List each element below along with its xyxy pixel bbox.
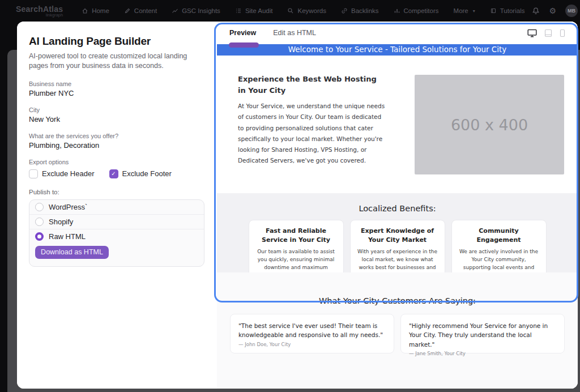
nav-item-site-audit[interactable]: Site Audit [228,0,280,22]
nav-item-home[interactable]: Home [74,0,117,22]
nav-item-tutorials[interactable]: Tutorials [483,0,532,22]
preview-tabbar: Preview Edit as HTML [217,22,578,44]
services-field[interactable]: Plumbing, Decoration [29,141,204,150]
services-label: What are the services you offer? [29,133,204,139]
landing-benefits-section: Localized Benefits: Fast and Reliable Se… [217,193,578,272]
link-icon [341,7,348,14]
ai-landing-page-builder-modal: AI Landing Page Builder AI-powered tool … [17,22,578,389]
builder-form-panel: AI Landing Page Builder AI-powered tool … [17,22,217,389]
checkbox-icon[interactable] [29,169,38,178]
mobile-icon[interactable] [560,29,565,37]
landing-hero-section: Experience the Best Web Hosting in Your … [217,56,578,193]
download-as-html-button[interactable]: Download as HTML [35,246,109,259]
city-field[interactable]: New York [29,115,204,123]
radio-selected-icon[interactable] [35,232,44,241]
chevron-down-icon: ▾ [473,8,475,14]
testimonial-card: "Highly recommend Your Service for anyon… [400,314,565,353]
publish-options-group: WordPress` Shopify Raw HTML Download as … [29,199,204,267]
nav-item-keywords[interactable]: Keywords [280,0,334,22]
top-navbar: SearchAtlas linkgraph Home Content GSC I… [0,0,580,22]
avatar[interactable]: MB [565,5,578,17]
pencil-icon [124,7,131,14]
benefits-heading: Localized Benefits: [217,204,578,213]
business-name-label: Business name [29,80,204,87]
publish-option-wordpress[interactable]: WordPress` [29,200,204,215]
page-description: AI-powered tool to create customized loc… [29,52,204,71]
page-title: AI Landing Page Builder [29,35,204,48]
testimonial-card: "The best service I've ever used! Their … [230,314,394,353]
nav-item-more[interactable]: More ▾ [446,0,483,22]
tab-preview[interactable]: Preview [229,29,256,37]
nav-item-gsc-insights[interactable]: GSC Insights [164,0,228,22]
book-icon [490,7,497,14]
checkbox-checked-icon[interactable]: ✓ [109,169,118,178]
tablet-icon[interactable] [544,29,552,37]
gear-icon[interactable]: ⚙ [549,7,556,15]
preview-panel: Preview Edit as HTML Welcome to Your Ser… [217,22,578,389]
exclude-header-checkbox[interactable]: Exclude Header [29,169,95,178]
publish-option-shopify[interactable]: Shopify [29,215,204,229]
landing-testimonials-section: What Your City Customers Are Saying: "Th… [217,272,578,389]
publish-to-label: Publish to: [29,189,204,195]
nav-item-backlinks[interactable]: Backlinks [334,0,386,22]
home-icon [82,7,88,14]
logo[interactable]: SearchAtlas linkgraph [16,5,63,18]
nav-item-content[interactable]: Content [117,0,164,22]
radio-icon[interactable] [35,203,44,211]
desktop-icon[interactable] [527,29,537,37]
tab-edit-as-html[interactable]: Edit as HTML [273,29,316,37]
line-chart-icon [172,7,178,14]
active-tab-indicator [229,42,259,48]
nav-item-competitors[interactable]: Competitors [386,0,446,22]
hero-image-placeholder: 600 x 400 [415,75,564,174]
bar-chart-icon [394,7,400,14]
checklist-icon [235,7,242,14]
magnifier-icon [287,7,294,14]
export-options-label: Export options [29,159,204,165]
hero-body: At Your Service, we understand the uniqu… [238,101,386,166]
testimonials-heading: What Your City Customers Are Saying: [217,296,578,305]
city-label: City [29,106,204,113]
exclude-footer-checkbox[interactable]: ✓ Exclude Footer [109,169,172,178]
radio-icon[interactable] [35,218,44,226]
hero-heading: Experience the Best Web Hosting in Your … [238,74,386,96]
publish-option-raw-html[interactable]: Raw HTML [29,229,204,244]
landing-banner: Welcome to Your Service - Tailored Solut… [217,44,578,56]
business-name-field[interactable]: Plumber NYC [29,89,204,97]
bell-icon[interactable] [532,7,540,15]
